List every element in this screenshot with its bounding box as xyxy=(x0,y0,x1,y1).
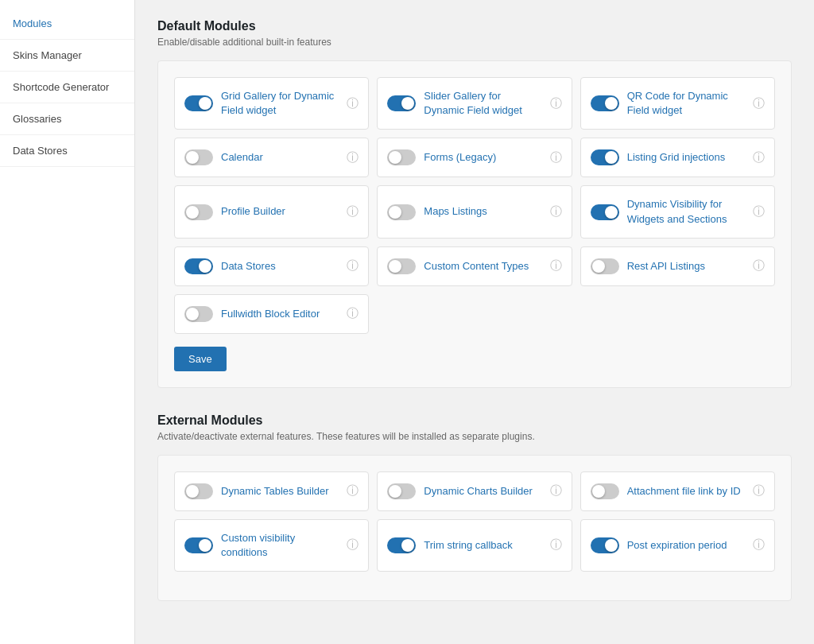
module-name: Profile Builder xyxy=(221,204,339,219)
app-layout: ModulesSkins ManagerShortcode GeneratorG… xyxy=(0,0,814,644)
external-modules-desc: Activate/deactivate external features. T… xyxy=(157,431,792,442)
module-card: Maps Listingsⓘ xyxy=(377,185,572,238)
module-card: Custom Content Typesⓘ xyxy=(377,246,572,286)
module-name: Rest API Listings xyxy=(627,259,745,274)
info-icon[interactable]: ⓘ xyxy=(347,258,359,274)
external-modules-section: External Modules Activate/deactivate ext… xyxy=(157,413,792,601)
module-name: Attachment file link by ID xyxy=(627,484,745,499)
module-name: Trim string callback xyxy=(424,538,541,553)
external-modules-grid: Dynamic Tables BuilderⓘDynamic Charts Bu… xyxy=(174,471,775,572)
module-card: Trim string callbackⓘ xyxy=(377,519,572,572)
module-card: Grid Gallery for Dynamic Field widgetⓘ xyxy=(174,77,369,130)
module-name: Dynamic Visibility for Widgets and Secti… xyxy=(627,197,745,226)
module-toggle[interactable] xyxy=(591,483,619,499)
module-card: Listing Grid injectionsⓘ xyxy=(580,138,775,177)
module-toggle[interactable] xyxy=(184,483,213,499)
info-icon[interactable]: ⓘ xyxy=(550,483,562,499)
module-toggle[interactable] xyxy=(184,537,213,553)
default-modules-title: Default Modules xyxy=(157,19,792,33)
module-name: Post expiration period xyxy=(627,538,745,553)
module-name: Data Stores xyxy=(221,259,339,274)
default-modules-grid: Grid Gallery for Dynamic Field widgetⓘSl… xyxy=(174,77,775,334)
module-name: Slider Gallery for Dynamic Field widget xyxy=(424,89,541,118)
module-card: Post expiration periodⓘ xyxy=(580,519,775,572)
module-name: Calendar xyxy=(221,150,339,165)
module-card: Dynamic Tables Builderⓘ xyxy=(174,471,369,511)
save-button[interactable]: Save xyxy=(174,347,227,371)
module-toggle[interactable] xyxy=(591,537,619,553)
module-toggle[interactable] xyxy=(184,306,213,322)
module-toggle[interactable] xyxy=(387,537,416,553)
module-toggle[interactable] xyxy=(591,149,619,165)
info-icon[interactable]: ⓘ xyxy=(753,204,765,219)
main-content: Default Modules Enable/disable additiona… xyxy=(135,0,814,644)
external-modules-box: Dynamic Tables BuilderⓘDynamic Charts Bu… xyxy=(157,455,792,601)
info-icon[interactable]: ⓘ xyxy=(347,483,359,499)
module-toggle[interactable] xyxy=(591,204,619,220)
info-icon[interactable]: ⓘ xyxy=(753,96,765,111)
module-name: Dynamic Charts Builder xyxy=(424,484,541,499)
info-icon[interactable]: ⓘ xyxy=(753,483,765,499)
module-card: QR Code for Dynamic Field widgetⓘ xyxy=(580,77,775,130)
info-icon[interactable]: ⓘ xyxy=(753,150,765,165)
module-toggle[interactable] xyxy=(591,95,619,111)
module-toggle[interactable] xyxy=(387,483,416,499)
info-icon[interactable]: ⓘ xyxy=(347,537,359,553)
module-toggle[interactable] xyxy=(184,149,213,165)
module-toggle[interactable] xyxy=(184,204,213,220)
module-name: Fullwidth Block Editor xyxy=(221,307,339,321)
external-modules-title: External Modules xyxy=(157,413,792,428)
module-card: Profile Builderⓘ xyxy=(174,185,369,238)
module-name: Dynamic Tables Builder xyxy=(221,484,339,499)
info-icon[interactable]: ⓘ xyxy=(347,306,359,321)
module-card: Slider Gallery for Dynamic Field widgetⓘ xyxy=(377,77,572,130)
default-modules-section: Default Modules Enable/disable additiona… xyxy=(157,19,792,388)
sidebar-item-glossaries[interactable]: Glossaries xyxy=(0,103,134,135)
info-icon[interactable]: ⓘ xyxy=(347,150,359,165)
info-icon[interactable]: ⓘ xyxy=(347,96,359,111)
info-icon[interactable]: ⓘ xyxy=(550,150,562,165)
module-card: Dynamic Charts Builderⓘ xyxy=(377,471,572,511)
info-icon[interactable]: ⓘ xyxy=(550,258,562,274)
module-card: Forms (Legacy)ⓘ xyxy=(377,138,572,177)
module-card: Rest API Listingsⓘ xyxy=(580,246,775,286)
module-toggle[interactable] xyxy=(387,258,416,274)
module-card: Custom visibility conditionsⓘ xyxy=(174,519,369,572)
sidebar-item-shortcode-generator[interactable]: Shortcode Generator xyxy=(0,72,134,103)
module-name: Custom visibility conditions xyxy=(221,531,339,560)
module-name: Forms (Legacy) xyxy=(424,150,541,165)
info-icon[interactable]: ⓘ xyxy=(347,204,359,219)
module-name: Maps Listings xyxy=(424,204,541,219)
module-toggle[interactable] xyxy=(387,95,416,111)
module-name: Custom Content Types xyxy=(424,259,541,274)
module-toggle[interactable] xyxy=(184,95,213,111)
info-icon[interactable]: ⓘ xyxy=(753,258,765,274)
sidebar-item-modules[interactable]: Modules xyxy=(0,8,134,40)
module-card: Data Storesⓘ xyxy=(174,246,369,286)
info-icon[interactable]: ⓘ xyxy=(550,96,562,111)
module-name: Listing Grid injections xyxy=(627,150,745,165)
info-icon[interactable]: ⓘ xyxy=(753,537,765,553)
info-icon[interactable]: ⓘ xyxy=(550,537,562,553)
default-modules-box: Grid Gallery for Dynamic Field widgetⓘSl… xyxy=(157,60,792,388)
module-toggle[interactable] xyxy=(387,149,416,165)
info-icon[interactable]: ⓘ xyxy=(550,204,562,219)
module-card: Attachment file link by IDⓘ xyxy=(580,471,775,511)
module-name: QR Code for Dynamic Field widget xyxy=(627,89,745,118)
module-toggle[interactable] xyxy=(184,258,213,274)
module-card: Calendarⓘ xyxy=(174,138,369,177)
module-name: Grid Gallery for Dynamic Field widget xyxy=(221,89,339,118)
sidebar: ModulesSkins ManagerShortcode GeneratorG… xyxy=(0,0,135,644)
module-toggle[interactable] xyxy=(387,204,416,220)
default-modules-desc: Enable/disable additional built-in featu… xyxy=(157,37,792,48)
module-card: Fullwidth Block Editorⓘ xyxy=(174,294,369,334)
module-card: Dynamic Visibility for Widgets and Secti… xyxy=(580,185,775,238)
module-toggle[interactable] xyxy=(591,258,619,274)
sidebar-item-data-stores[interactable]: Data Stores xyxy=(0,135,134,167)
sidebar-item-skins-manager[interactable]: Skins Manager xyxy=(0,40,134,72)
